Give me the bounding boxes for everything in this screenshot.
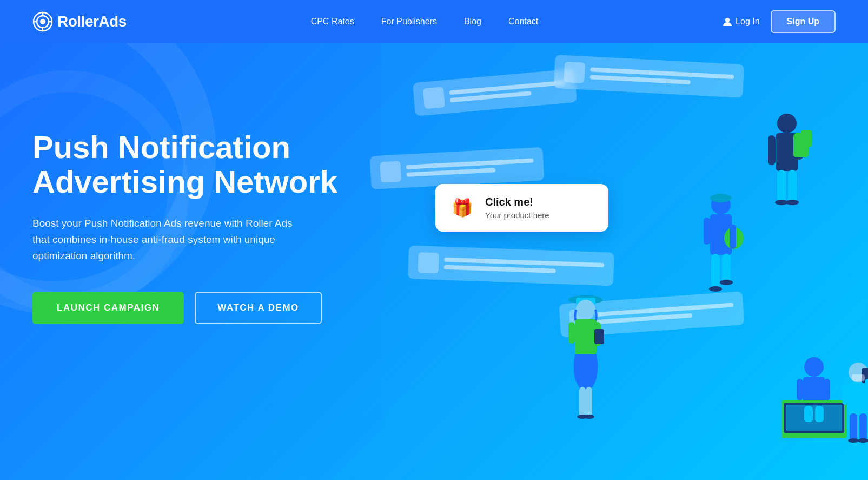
- notif-card-3: [370, 147, 545, 190]
- svg-rect-47: [804, 406, 813, 422]
- svg-point-27: [709, 286, 722, 292]
- svg-rect-48: [815, 406, 824, 422]
- logo-icon: [32, 11, 53, 32]
- svg-rect-20: [710, 214, 732, 255]
- svg-rect-26: [722, 254, 731, 284]
- nav-cpc-rates[interactable]: CPC Rates: [311, 17, 354, 27]
- notif-card-5: [559, 291, 744, 338]
- notif-card-5-lines: [595, 303, 734, 324]
- svg-rect-32: [575, 319, 597, 354]
- nav-for-publishers[interactable]: For Publishers: [381, 17, 437, 27]
- svg-point-38: [577, 415, 588, 419]
- svg-rect-23: [704, 218, 710, 245]
- nav-contact[interactable]: Contact: [508, 17, 538, 27]
- notif-card-3-lines: [406, 159, 534, 177]
- notif-card-4-lines: [444, 258, 605, 275]
- svg-point-18: [711, 195, 731, 214]
- notif-card-4-icon: [418, 252, 439, 273]
- notif-card-2: [554, 55, 745, 98]
- svg-rect-37: [586, 387, 592, 417]
- svg-rect-50: [849, 382, 868, 415]
- navbar: RollerAds CPC Rates For Publishers Blog …: [0, 0, 868, 43]
- svg-rect-11: [796, 135, 803, 160]
- navbar-links: CPC Rates For Publishers Blog Contact: [311, 17, 538, 27]
- svg-rect-14: [777, 170, 786, 202]
- svg-rect-15: [788, 170, 797, 202]
- svg-rect-34: [594, 322, 601, 346]
- svg-point-17: [786, 200, 799, 205]
- gift-icon: 🎁: [448, 194, 476, 222]
- hero-section: Push Notification Advertising Network Bo…: [0, 43, 868, 480]
- svg-rect-53: [842, 384, 849, 405]
- svg-point-29: [568, 295, 603, 304]
- hero-buttons: LAUNCH CAMPAIGN WATCH A DEMO: [32, 292, 346, 324]
- svg-rect-22: [730, 225, 736, 249]
- svg-rect-42: [797, 379, 803, 400]
- svg-point-49: [849, 363, 868, 382]
- notif-card-1: [413, 69, 577, 116]
- svg-point-39: [584, 415, 594, 419]
- svg-point-8: [777, 114, 797, 133]
- notif-card-3-icon: [380, 161, 401, 182]
- svg-rect-52: [865, 379, 868, 395]
- brand-name: RollerAds: [57, 13, 127, 30]
- svg-point-21: [724, 227, 744, 249]
- notif-main-text: Click me! Your product here: [485, 196, 549, 220]
- svg-rect-43: [824, 379, 830, 400]
- svg-point-16: [775, 200, 788, 205]
- watch-demo-button[interactable]: WATCH A DEMO: [195, 292, 322, 324]
- svg-rect-12: [801, 130, 812, 147]
- svg-rect-51: [862, 368, 868, 383]
- svg-rect-54: [852, 374, 865, 381]
- svg-rect-45: [784, 403, 844, 433]
- login-link[interactable]: Log In: [723, 17, 759, 27]
- notif-card-2-lines: [590, 67, 734, 87]
- notif-card-4: [408, 245, 614, 286]
- svg-point-7: [725, 18, 730, 22]
- svg-rect-30: [576, 298, 595, 305]
- svg-point-57: [848, 438, 859, 443]
- nav-blog[interactable]: Blog: [464, 17, 481, 27]
- notif-card-1-icon: [423, 87, 445, 109]
- svg-rect-36: [579, 387, 586, 417]
- hero-content: Push Notification Advertising Network Bo…: [32, 87, 346, 324]
- svg-rect-10: [768, 135, 776, 165]
- svg-rect-46: [786, 405, 842, 431]
- main-notification[interactable]: 🎁 Click me! Your product here: [435, 184, 608, 232]
- notif-card-1-lines: [449, 81, 566, 103]
- svg-rect-25: [711, 254, 720, 289]
- svg-point-2: [40, 19, 45, 24]
- people-illustration: [327, 43, 868, 480]
- svg-point-40: [804, 357, 824, 377]
- svg-rect-35: [594, 329, 604, 344]
- svg-rect-44: [781, 400, 846, 438]
- svg-rect-13: [793, 133, 809, 157]
- notif-click-title: Click me!: [485, 196, 549, 208]
- svg-rect-41: [803, 377, 825, 406]
- signup-button[interactable]: Sign Up: [771, 10, 836, 33]
- hero-illustration: 🎁 Click me! Your product here: [327, 43, 868, 480]
- launch-campaign-button[interactable]: LAUNCH CAMPAIGN: [32, 292, 184, 324]
- svg-rect-56: [859, 413, 867, 440]
- logo[interactable]: RollerAds: [32, 11, 127, 32]
- navbar-actions: Log In Sign Up: [723, 10, 836, 33]
- svg-rect-9: [776, 133, 798, 171]
- svg-rect-33: [568, 322, 575, 344]
- hero-description: Boost your Push Notification Ads revenue…: [32, 215, 303, 265]
- bg-ray: [381, 43, 868, 480]
- notif-product-subtitle: Your product here: [485, 211, 549, 220]
- notif-card-5-icon: [569, 308, 591, 331]
- user-icon: [723, 17, 732, 27]
- svg-point-31: [576, 300, 595, 319]
- svg-rect-55: [850, 413, 857, 440]
- svg-point-19: [710, 194, 732, 202]
- svg-point-58: [858, 438, 868, 443]
- hero-title: Push Notification Advertising Network: [32, 130, 346, 199]
- svg-point-28: [720, 280, 733, 285]
- notif-card-2-icon: [564, 62, 585, 83]
